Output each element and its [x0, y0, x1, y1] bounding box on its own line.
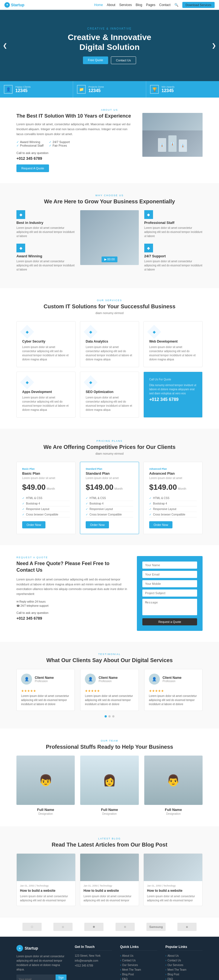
contact-call-label: Call to ask any question	[16, 611, 129, 614]
contact-message-input[interactable]	[142, 599, 197, 615]
pricing-feature-2-3: Cross browser Compatible	[149, 512, 197, 517]
hero-section: ❮ Creative & Innovative Creative & Innov…	[0, 10, 219, 81]
pricing-subtitle: diam nonumy eirmod	[16, 452, 203, 455]
pricing-label: Pricing Plans	[16, 439, 203, 442]
services-grid: ◆ Cyber Security Lorem ipsum dolor sit a…	[16, 321, 203, 418]
pricing-order-btn-2[interactable]: Order Now	[149, 521, 173, 528]
contact-subject-input[interactable]	[142, 589, 197, 597]
why-item-desc-1: Lorem ipsum dolor sit amet consectetur a…	[16, 259, 75, 272]
testimonial-text-1: Lorem ipsum dolor sit amet consectetur a…	[85, 694, 134, 706]
service-icon-3: ◆	[26, 380, 29, 385]
check-staff: Professional Staff	[16, 144, 43, 148]
footer-quick-link-0[interactable]: About Us	[120, 953, 157, 958]
about-call-label: Call to ask any question	[16, 151, 134, 154]
why-image: ▶ 00:00	[80, 210, 138, 265]
footer-quick-link-1[interactable]: Contact Us	[120, 958, 157, 963]
footer-quick-link-5[interactable]: FAQ	[120, 977, 157, 980]
dot-1[interactable]	[108, 715, 111, 718]
team-img-2: 👨	[144, 756, 203, 805]
about-title: The Best IT Solution With 10 Years of Ex…	[16, 113, 134, 119]
nav-pages[interactable]: Pages	[146, 3, 155, 7]
footer-popular-link-1[interactable]: Contact Us	[165, 958, 203, 963]
nav-about[interactable]: About	[107, 3, 115, 7]
nav-logo[interactable]: ✦ Startup	[5, 2, 24, 8]
testimonial-stars-0: ★★★★★	[21, 689, 70, 693]
service-cta-card: Call Us For Quote Dita nonumy eirmod tem…	[143, 372, 203, 418]
footer-quick-link-2[interactable]: Our Services	[120, 963, 157, 967]
pricing-plan-desc-2: Lorem ipsum dolor sit amet	[149, 477, 197, 480]
contact-email-input[interactable]	[142, 571, 197, 578]
footer-popular-link-4[interactable]: Blog Post	[165, 972, 203, 977]
stat-label-0: Happy Clients	[15, 86, 31, 88]
search-icon[interactable]: 🔍	[175, 3, 178, 7]
footer-signup-button[interactable]: Sign Up	[56, 975, 67, 980]
pricing-plan-label-0: Basic Plan	[22, 468, 70, 470]
why-item-desc-2: Lorem ipsum dolor sit amet consectetur a…	[144, 226, 203, 238]
pricing-plan-label-1: Standard Plan	[86, 468, 133, 470]
dot-0[interactable]	[105, 715, 107, 718]
footer-popular-link-5[interactable]: FAQ	[165, 977, 203, 980]
blog-section: Latest Blog Read The Latest Articles fro…	[0, 826, 219, 917]
contact-form: Request a Quote	[142, 562, 197, 625]
footer-popular-link-0[interactable]: About Us	[165, 953, 203, 958]
why-section: Why Choose Us We Are Here to Grow Your B…	[0, 183, 219, 288]
nav-cta-button[interactable]: Download Services	[182, 2, 214, 8]
nav-services[interactable]: Services	[119, 3, 132, 7]
footer-contact-title: Get In Touch	[75, 945, 112, 951]
pricing-period-1: Month	[114, 487, 123, 490]
pricing-plan-label-2: Advanced Plan	[149, 468, 197, 470]
nav-contact[interactable]: Contact	[159, 3, 170, 7]
why-icon-3: ◆	[144, 243, 153, 252]
testimonial-role-2: Profession	[163, 679, 181, 682]
client-logo-0: ⬡	[22, 923, 41, 931]
footer-quick-link-3[interactable]: Meet The Team	[120, 967, 157, 972]
pricing-feature-1-1: Bootstrap 4	[86, 501, 133, 506]
service-cta-desc: Dita nonumy eirmod tempor invidunt ut la…	[149, 383, 197, 395]
pricing-feature-0-2: Responsive Layout	[22, 506, 70, 512]
service-desc-2: Lorem ipsum dolor sit amet consectetur a…	[149, 345, 197, 361]
services-title: Custom IT Solutions for Your Successful …	[16, 303, 203, 310]
hero-primary-button[interactable]: Free Quote	[83, 56, 108, 64]
contact-mobile-input[interactable]	[142, 580, 197, 587]
blog-title: Read The Latest Articles from Our Blog P…	[16, 842, 203, 848]
pricing-card-2: Advanced Plan Advanced Plan Lorem ipsum …	[143, 462, 203, 534]
why-item-title-1: Award Winning	[16, 254, 75, 258]
pricing-order-btn-1[interactable]: Order Now	[86, 521, 109, 528]
footer-email-input[interactable]	[16, 975, 56, 980]
services-section: Our Services Custom IT Solutions for You…	[0, 288, 219, 429]
why-item-desc-3: Lorem ipsum dolor sit amet consectetur a…	[144, 259, 203, 272]
testimonials-grid: 👤 Client Name Profession ★★★★★ Lorem ips…	[16, 669, 203, 711]
pricing-feature-0-1: Bootstrap 4	[22, 501, 70, 506]
contact-section: Request A Quote Need A Free Quote? Pleas…	[0, 545, 219, 642]
team-img-0: 👦	[16, 756, 75, 805]
check-support: 24/7 Support	[49, 140, 70, 144]
nav-blog[interactable]: Blog	[135, 3, 142, 7]
contact-submit-button[interactable]: Request a Quote	[142, 618, 197, 625]
contact-support-label: ☎ 24/7 telephone support	[16, 604, 129, 607]
contact-title: Need A Free Quote? Please Feel Free to C…	[16, 560, 129, 573]
footer-popular-link-2[interactable]: Our Services	[165, 963, 203, 967]
dot-2[interactable]	[112, 715, 114, 718]
hero-outline-button[interactable]: Contact Us	[111, 56, 136, 64]
pricing-feature-1-0: HTML & CSS	[86, 495, 133, 501]
about-image: 👔 👔 👔	[142, 113, 203, 157]
pricing-order-btn-0[interactable]: Order Now	[22, 521, 46, 528]
hero-prev-arrow[interactable]: ❮	[3, 42, 7, 49]
blog-grid: Jan 01, 2050 | Technology How to build a…	[16, 853, 203, 906]
blog-post-desc-0: Lorem ipsum dolor sit amet consectetur a…	[20, 894, 72, 902]
footer-popular-link-3[interactable]: Meet The Team	[165, 967, 203, 972]
testimonial-text-0: Lorem ipsum dolor sit amet consectetur a…	[21, 694, 70, 706]
contact-name-input[interactable]	[142, 562, 197, 569]
why-item-title-3: 24/7 Support	[144, 254, 203, 258]
about-section: About Us The Best IT Solution With 10 Ye…	[0, 97, 219, 183]
hero-next-arrow[interactable]: ❯	[212, 42, 216, 49]
pricing-price-0: $49.00	[22, 483, 46, 492]
footer-email: info@example.com	[75, 958, 112, 963]
service-title-3: Apps Development	[22, 390, 70, 394]
stat-label-1: Projects Done	[89, 86, 104, 88]
footer-quick-link-4[interactable]: Blog Post	[120, 972, 157, 977]
nav-home[interactable]: Home	[94, 3, 103, 7]
clients-bar: ⬡ ◎ ⬟ ⊞ Samsung ◉	[0, 917, 219, 937]
about-cta-button[interactable]: Request A Quote	[16, 164, 49, 172]
pricing-price-1: $149.00	[86, 483, 113, 492]
